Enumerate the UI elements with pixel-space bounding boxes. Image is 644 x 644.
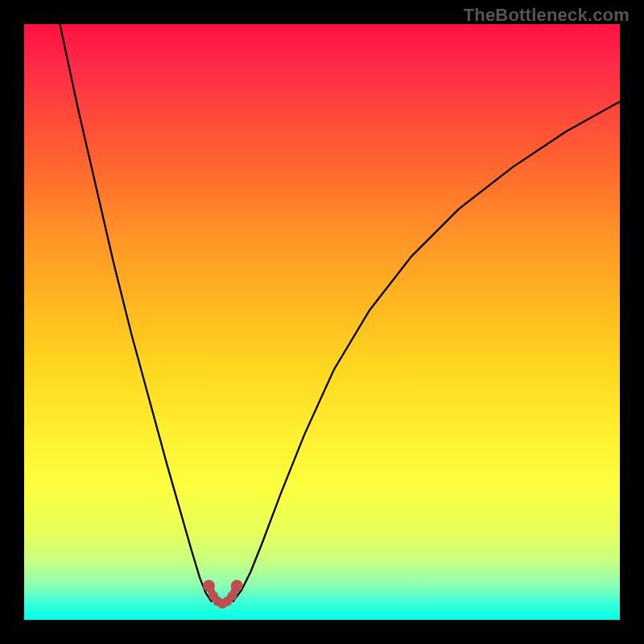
valley-dot (227, 591, 237, 601)
valley-dot (231, 580, 243, 592)
attribution-text: TheBottleneck.com (464, 5, 630, 26)
valley-dot (203, 580, 215, 592)
chart-frame: TheBottleneck.com (0, 0, 644, 644)
curve-right-branch (233, 101, 620, 602)
curve-left-branch (60, 24, 212, 602)
bottleneck-curve (24, 24, 620, 620)
